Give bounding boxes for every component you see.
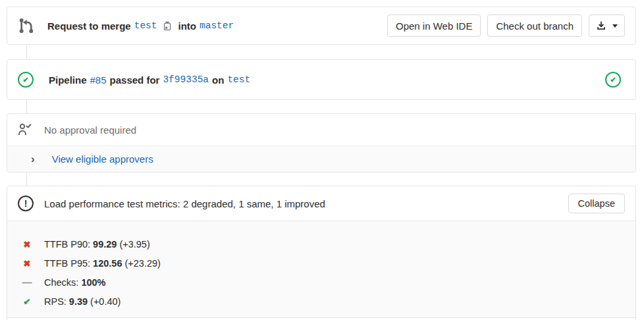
pipeline-bar: ✔ Pipeline #85 passed for 3f99335a on te… <box>7 59 636 100</box>
copy-branch-name-icon[interactable] <box>162 20 173 32</box>
pipeline-branch-link[interactable]: test <box>227 74 250 85</box>
exclamation-circle-icon: ! <box>18 196 34 211</box>
metric-label: TTFB P90: <box>44 239 90 250</box>
user-check-icon <box>18 123 33 136</box>
metric-row: ✖ TTFB P95: 120.56 (+23.29) <box>7 253 635 273</box>
checkout-branch-button[interactable]: Check out branch <box>487 14 582 37</box>
caret-down-icon <box>612 24 618 28</box>
merge-bar-actions: Open in Web IDE Check out branch <box>387 14 625 37</box>
commit-sha-link[interactable]: 3f99335a <box>163 74 209 85</box>
merge-request-widget: Request to merge test into master Open i… <box>0 0 644 320</box>
view-eligible-approvers-link[interactable]: View eligible approvers <box>52 153 153 165</box>
collapse-button[interactable]: Collapse <box>568 194 625 213</box>
metric-value: 120.56 <box>93 258 122 269</box>
metric-value: 9.39 <box>69 296 88 307</box>
pipeline-mini-graph-stage-icon[interactable]: ✔ <box>605 72 621 88</box>
load-performance-section: ! Load performance test metrics: 2 degra… <box>7 186 636 320</box>
metric-row: ✖ TTFB P90: 99.29 (+3.95) <box>7 234 635 253</box>
metric-delta: (+23.29) <box>124 258 160 269</box>
pipeline-number-link[interactable]: #85 <box>90 74 107 86</box>
load-performance-metrics-list: ✖ TTFB P90: 99.29 (+3.95) ✖ TTFB P95: 12… <box>7 221 635 318</box>
metric-value: 99.29 <box>93 239 117 250</box>
open-web-ide-button[interactable]: Open in Web IDE <box>387 14 481 37</box>
download-dropdown-button[interactable] <box>589 14 625 37</box>
source-branch-link[interactable]: test <box>134 20 157 31</box>
metric-delta: (+3.95) <box>119 239 149 250</box>
download-icon <box>596 20 606 31</box>
passed-for-label: passed for <box>110 74 160 86</box>
metric-label: Checks: <box>44 277 78 288</box>
metric-value: 100% <box>81 277 105 288</box>
request-to-merge-label: Request to merge <box>47 20 131 32</box>
degraded-x-icon: ✖ <box>22 239 32 250</box>
view-eligible-approvers-row[interactable]: › View eligible approvers <box>7 146 635 172</box>
on-label: on <box>212 74 224 86</box>
degraded-x-icon: ✖ <box>22 258 32 269</box>
pipeline-label: Pipeline <box>49 74 87 86</box>
pipeline-status-success-icon: ✔ <box>18 72 34 88</box>
load-performance-header: ! Load performance test metrics: 2 degra… <box>7 186 635 221</box>
metric-row: — Checks: 100% <box>7 273 635 292</box>
metric-label: RPS: <box>44 296 67 307</box>
chevron-right-icon: › <box>31 153 35 165</box>
merge-request-icon <box>18 17 35 34</box>
improved-check-icon: ✔ <box>22 296 32 307</box>
unchanged-dash-icon: — <box>22 277 32 288</box>
approvals-section: No approval required › View eligible app… <box>7 113 636 173</box>
metric-label: TTFB P95: <box>44 258 90 269</box>
into-label: into <box>178 20 197 32</box>
target-branch-link[interactable]: master <box>200 20 234 31</box>
metric-row: ✔ RPS: 9.39 (+0.40) <box>7 292 635 311</box>
load-performance-summary: Load performance test metrics: 2 degrade… <box>44 198 325 209</box>
approval-status-text: No approval required <box>44 124 136 136</box>
metric-delta: (+0.40) <box>90 296 121 307</box>
approval-status-row: No approval required <box>7 114 635 146</box>
merge-bar: Request to merge test into master Open i… <box>7 7 636 45</box>
